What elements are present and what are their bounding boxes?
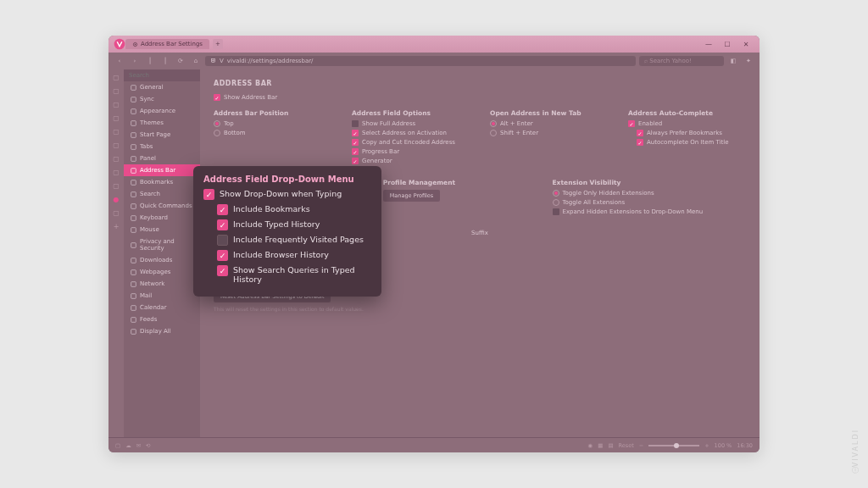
sidebar-item-downloads[interactable]: Downloads — [124, 254, 200, 266]
extensions-icon[interactable]: ✦ — [743, 55, 754, 67]
notes-icon[interactable]: ▤ — [608, 442, 613, 449]
sidebar-search-input[interactable] — [124, 69, 200, 81]
home-button[interactable]: ⌂ — [190, 55, 202, 67]
sidebar-icon — [131, 120, 136, 126]
zoom-out-button[interactable]: − — [639, 442, 643, 449]
sidebar-item-address-bar[interactable]: Address Bar — [124, 164, 200, 176]
popup-option-show-drop-down-when-typing[interactable]: ✓Show Drop-Down when Typing — [203, 189, 371, 200]
zoom-slider[interactable] — [648, 445, 699, 446]
active-panel-icon[interactable]: ● — [112, 195, 120, 203]
back-button[interactable]: ‹ — [114, 55, 125, 67]
prefer-bookmarks-checkbox[interactable]: ✓Always Prefer Bookmarks — [628, 130, 746, 136]
autocomplete-title-checkbox[interactable]: ✓Autocomplete On Item Title — [628, 139, 746, 146]
sidebar-icon — [131, 108, 136, 114]
url-bar[interactable]: ⛨ V vivaldi://settings/addressbar/ — [205, 56, 636, 66]
tile-icon[interactable]: ▦ — [598, 442, 603, 449]
sidebar-item-display-all[interactable]: Display All — [124, 325, 200, 337]
vivaldi-logo-icon[interactable] — [114, 38, 125, 50]
rewind-button[interactable]: ⎮ — [144, 55, 156, 67]
sidebar-item-privacy-and-security[interactable]: Privacy and Security — [124, 236, 200, 254]
shift-enter-radio[interactable]: Shift + Enter — [490, 130, 608, 136]
sidebar-item-mouse[interactable]: Mouse — [124, 224, 200, 236]
zoom-in-button[interactable]: + — [704, 442, 709, 449]
history-panel-icon[interactable]: ▢ — [112, 114, 120, 122]
popup-option-include-typed-history[interactable]: ✓Include Typed History — [203, 219, 371, 230]
ffwd-button[interactable]: ⎮ — [159, 55, 171, 67]
browser-tab[interactable]: Address Bar Settings — [125, 39, 209, 49]
calendar-panel-icon[interactable]: ▢ — [112, 154, 120, 163]
popup-option-show-search-queries-in-typed-history[interactable]: ✓Show Search Queries in Typed History — [203, 265, 371, 284]
sync-icon[interactable]: ⟲ — [146, 442, 150, 449]
sidebar-item-bookmarks[interactable]: Bookmarks — [124, 176, 200, 188]
search-field[interactable]: ⌕ Search Yahoo! — [639, 56, 724, 66]
reload-button[interactable]: ⟳ — [175, 55, 186, 67]
search-placeholder: Search Yahoo! — [649, 58, 692, 64]
svg-rect-9 — [131, 156, 136, 161]
position-heading: Address Bar Position — [214, 109, 331, 117]
sidebar-item-tabs[interactable]: Tabs — [124, 141, 200, 152]
toggle-hidden-ext-radio[interactable]: Toggle Only Hidden Extensions — [553, 190, 746, 197]
notes-panel-icon[interactable]: ▢ — [112, 127, 120, 136]
progress-bar-checkbox[interactable]: ✓Progress Bar — [352, 148, 470, 155]
generator-checkbox[interactable]: ✓Generator — [352, 158, 470, 164]
sidebar-item-panel[interactable]: Panel — [124, 152, 200, 164]
select-on-activation-checkbox[interactable]: ✓Select Address on Activation — [352, 130, 470, 136]
sidebar-item-sync[interactable]: Sync — [124, 93, 200, 105]
sidebar-item-search[interactable]: Search — [124, 188, 200, 200]
svg-rect-10 — [131, 168, 136, 173]
profile-heading: Profile Management — [383, 179, 532, 186]
add-panel-icon[interactable]: + — [112, 222, 120, 230]
manage-profiles-button[interactable]: Manage Profiles — [383, 190, 440, 202]
toggle-all-ext-radio[interactable]: Toggle All Extensions — [553, 199, 746, 206]
camera-icon[interactable]: ◉ — [588, 442, 593, 449]
sidebar-item-general[interactable]: General — [124, 81, 200, 93]
sidebar-item-webpages[interactable]: Webpages — [124, 266, 200, 278]
status-icon[interactable]: ▢ — [115, 442, 120, 449]
sidebar-icon — [131, 215, 136, 221]
sidebar-item-feeds[interactable]: Feeds — [124, 313, 200, 325]
zoom-reset-button[interactable]: Reset — [619, 442, 634, 449]
popup-title: Address Field Drop-Down Menu — [203, 175, 371, 184]
forward-button[interactable]: › — [129, 55, 141, 67]
close-button[interactable]: ✕ — [737, 38, 754, 50]
mail-panel-icon[interactable]: ▢ — [112, 141, 120, 149]
svg-rect-17 — [131, 258, 136, 263]
reading-panel-icon[interactable]: ▢ — [112, 86, 120, 95]
sidebar-item-keyboard[interactable]: Keyboard — [124, 212, 200, 224]
checkbox-icon: ✓ — [217, 219, 228, 230]
maximize-button[interactable]: ☐ — [719, 38, 736, 50]
popup-option-include-bookmarks[interactable]: ✓Include Bookmarks — [203, 204, 371, 215]
show-address-bar-checkbox[interactable]: ✓Show Address Bar — [214, 94, 746, 101]
position-top-radio[interactable]: Top — [214, 120, 331, 127]
sidebar-item-themes[interactable]: Themes — [124, 117, 200, 129]
section-heading: ADDRESS BAR — [214, 80, 746, 87]
sidebar-item-quick-commands[interactable]: Quick Commands — [124, 200, 200, 212]
sidebar-item-network[interactable]: Network — [124, 278, 200, 290]
sidebar-item-calendar[interactable]: Calendar — [124, 302, 200, 313]
show-full-address-checkbox[interactable]: Show Full Address — [352, 120, 470, 127]
sidebar-item-appearance[interactable]: Appearance — [124, 105, 200, 117]
new-tab-button[interactable]: + — [213, 39, 223, 49]
checkbox-icon: ✓ — [217, 265, 228, 276]
expand-ext-checkbox[interactable]: Expand Hidden Extensions to Drop-Down Me… — [553, 208, 746, 215]
feeds-panel-icon[interactable]: ▢ — [112, 168, 120, 176]
bookmarks-panel-icon[interactable]: ▢ — [112, 73, 120, 81]
tasks-panel-icon[interactable]: ▢ — [112, 181, 120, 190]
autocomplete-enabled-checkbox[interactable]: ✓Enabled — [628, 120, 746, 127]
popup-option-include-browser-history[interactable]: ✓Include Browser History — [203, 250, 371, 261]
sidebar-item-mail[interactable]: Mail — [124, 290, 200, 302]
field-opts-heading: Address Field Options — [352, 109, 470, 117]
panel-icon[interactable]: ▢ — [112, 208, 120, 217]
sidebar-item-start-page[interactable]: Start Page — [124, 129, 200, 141]
encoded-address-checkbox[interactable]: ✓Copy and Cut Encoded Address — [352, 139, 470, 146]
position-bottom-radio[interactable]: Bottom — [214, 130, 331, 136]
sidebar-icon — [131, 132, 136, 138]
profile-icon[interactable]: ◧ — [727, 55, 739, 67]
alt-enter-radio[interactable]: Alt + Enter — [490, 120, 608, 127]
downloads-panel-icon[interactable]: ▢ — [112, 100, 120, 108]
minimize-button[interactable]: — — [700, 38, 717, 50]
mail-icon[interactable]: ✉ — [136, 442, 141, 449]
popup-option-include-frequently-visited-pages[interactable]: Include Frequently Visited Pages — [203, 235, 371, 246]
cloud-icon[interactable]: ☁ — [125, 442, 131, 449]
checkbox-icon: ✓ — [217, 250, 228, 261]
